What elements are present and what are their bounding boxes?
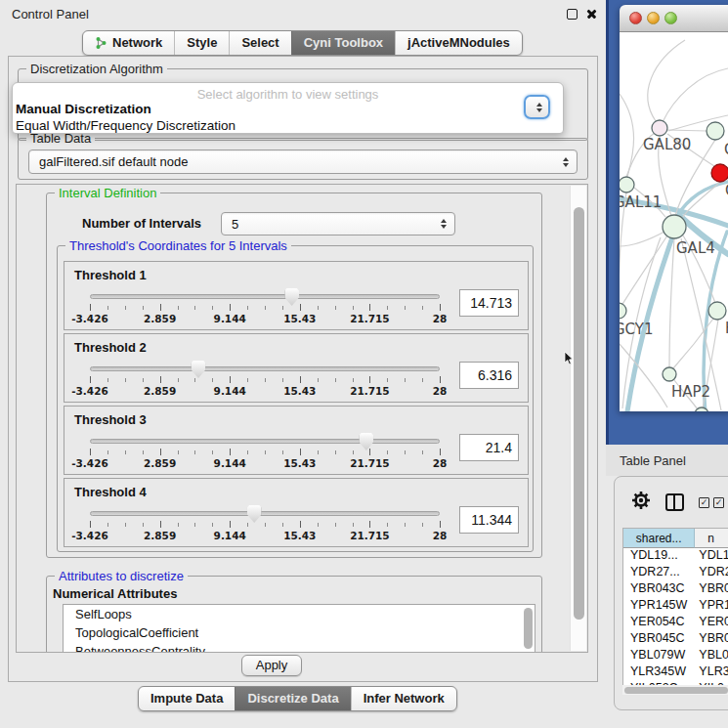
tab-infer-network[interactable]: Infer Network [351,687,456,710]
cell-shared-name[interactable]: YBR045C [623,631,695,648]
cell-name[interactable]: YBR0 [695,631,728,648]
slider-track[interactable] [90,511,440,516]
cell-name[interactable]: YBR0 [695,581,728,598]
zoom-traffic-light[interactable] [664,12,677,24]
threshold-1-value[interactable]: 14.713 [459,289,519,317]
column-header-name[interactable]: n [695,529,728,548]
slider-tick [335,523,336,527]
cell-shared-name[interactable]: YDL19... [623,548,695,565]
slider-tick [212,450,213,454]
threshold-2-slider[interactable]: -3.4262.8599.14415.4321.71528 [90,364,440,401]
slider-track[interactable] [90,294,440,299]
cell-name[interactable]: YDL1 [695,548,728,565]
table-hscrollbar-thumb[interactable] [624,687,728,694]
slider-tick-label: 9.144 [214,530,246,541]
gear-icon[interactable] [630,490,652,511]
threshold-3-value[interactable]: 21.4 [459,434,519,461]
checkbox-icon[interactable]: ✓ [699,497,709,508]
network-canvas[interactable]: GAL80GCGAL11GAL4GCY1HHAP2 [620,32,728,411]
slider-tick [300,376,301,383]
network-tab-icon [95,36,107,50]
column-header-shared-name[interactable]: shared... [623,529,695,548]
tab-impute-data[interactable]: Impute Data [139,687,235,710]
table-row[interactable]: YER054CYER0 [623,615,728,631]
threshold-3-slider[interactable]: -3.4262.8599.14415.4321.71528 [90,436,440,473]
split-table-icon[interactable] [665,493,684,511]
network-node[interactable] [620,303,626,319]
tab-style[interactable]: Style [174,31,229,55]
network-node[interactable] [620,177,634,193]
network-node[interactable] [707,122,724,140]
tab-select[interactable]: Select [229,31,290,55]
slider-track[interactable] [90,439,440,444]
cell-shared-name[interactable]: YPR145W [623,598,695,615]
slider-thumb[interactable] [191,361,205,378]
tab-jactivemnodules[interactable]: jActiveMNodules [395,31,522,55]
network-node-label: HAP2 [671,383,710,401]
list-scrollbar-thumb[interactable] [524,608,533,649]
tab-cyni-toolbox[interactable]: Cyni Toolbox [291,31,395,55]
cell-shared-name[interactable]: YLR345W [623,664,695,681]
number-of-intervals-combobox[interactable]: 5 [221,212,455,236]
cell-name[interactable]: YER0 [695,615,728,631]
table-row[interactable]: YDR27...YDR2 [623,565,728,581]
close-icon[interactable] [585,8,598,21]
viewport-scrollbar[interactable] [570,186,586,651]
algorithm-option-equal-width[interactable]: Equal Width/Frequency Discretization [16,118,236,133]
cell-name[interactable]: YPR1 [695,598,728,615]
threshold-2-value[interactable]: 6.316 [459,362,519,389]
threshold-4-value[interactable]: 11.344 [459,506,519,534]
checkbox-icon[interactable]: ✓ [713,497,724,508]
tab-network[interactable]: Network [83,31,174,55]
network-node[interactable] [708,302,726,320]
attribute-item-betweennesscentrality[interactable]: BetweennessCentrality [64,642,535,653]
apply-button[interactable]: Apply [241,655,302,676]
threshold-1-slider[interactable]: -3.4262.8599.14415.4321.71528 [90,291,440,328]
slider-tick [335,378,336,382]
slider-thumb[interactable] [284,288,299,306]
table-row[interactable]: YBR043CYBR0 [623,581,728,598]
bottom-tab-bar: Impute DataDiscretize DataInfer Network [138,686,457,711]
network-window-titlebar[interactable] [620,5,728,32]
algorithm-option-manual[interactable]: Manual Discretization [16,102,151,116]
close-traffic-light[interactable] [629,12,642,24]
slider-tick [90,449,91,455]
viewport-scrollbar-thumb[interactable] [574,207,584,620]
slider-thumb[interactable] [359,433,373,450]
network-edge [669,238,674,367]
cell-name[interactable]: YLR3 [695,664,728,681]
table-horizontal-scrollbar[interactable] [622,685,728,695]
network-node[interactable] [663,215,686,238]
attribute-item-topologicalcoefficient[interactable]: TopologicalCoefficient [64,623,535,642]
slider-tick-label: 15.43 [283,457,316,469]
cell-shared-name[interactable]: YDR27... [623,565,695,581]
table-row[interactable]: YLR345WYLR3 [623,664,728,681]
slider-tick-label: 2.859 [144,313,176,324]
minimize-traffic-light[interactable] [647,12,660,24]
tab-discretize-data[interactable]: Discretize Data [235,687,350,710]
float-window-icon[interactable] [567,9,578,20]
table-row[interactable]: YBR045CYBR0 [623,631,728,648]
algorithm-combobox-spinner[interactable] [524,95,550,119]
slider-thumb[interactable] [247,505,262,523]
slider-tick [387,450,388,454]
table-row[interactable]: YDL19...YDL1 [623,548,728,565]
network-node[interactable] [711,164,728,182]
table-row[interactable]: YBL079WYBL0 [623,648,728,664]
cell-shared-name[interactable]: YBR043C [623,581,695,598]
threshold-4-slider[interactable]: -3.4262.8599.14415.4321.71528 [90,508,440,545]
table-data-combobox[interactable]: galFiltered.sif default node [28,150,578,174]
network-node[interactable] [663,367,676,381]
attribute-item-selfloops[interactable]: SelfLoops [64,605,535,623]
cell-name[interactable]: YDR2 [695,565,728,581]
slider-tick [282,523,283,527]
network-edge [648,40,685,121]
slider-tick-label: 9.144 [214,457,246,469]
cell-name[interactable]: YBL0 [695,648,728,664]
network-node[interactable] [652,120,667,136]
cell-shared-name[interactable]: YBL079W [623,648,695,664]
slider-track[interactable] [90,366,440,371]
table-row[interactable]: YPR145WYPR1 [623,598,728,615]
numerical-attributes-list[interactable]: SelfLoopsTopologicalCoefficientBetweenne… [63,604,535,653]
cell-shared-name[interactable]: YER054C [623,615,695,631]
